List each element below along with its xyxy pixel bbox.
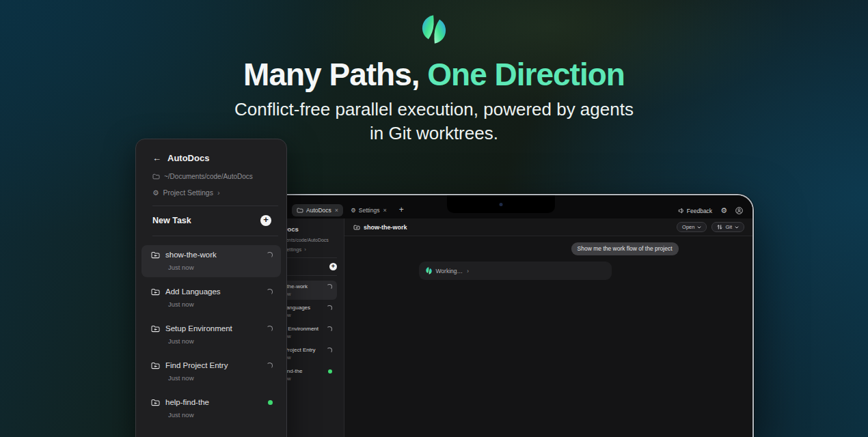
project-title: AutoDocs — [167, 153, 209, 163]
account-avatar-icon[interactable] — [735, 207, 743, 214]
spinner-icon — [327, 284, 332, 290]
pane-title: show-the-work — [364, 224, 407, 231]
worktree-folder-icon — [353, 225, 360, 230]
open-dropdown-button[interactable]: Open — [677, 222, 707, 232]
task-title: show-the-work — [165, 251, 261, 259]
tab-list: AutoDocs × ⚙ Settings × + — [292, 204, 409, 216]
chevron-right-icon: › — [217, 188, 220, 197]
task-title: Find Project Entry — [165, 361, 261, 369]
task-time: Just now — [168, 411, 273, 419]
worktree-folder-icon — [151, 325, 160, 333]
page-title: Many Paths, One Direction — [0, 58, 868, 91]
plus-icon[interactable]: + — [329, 263, 337, 270]
spinner-icon — [267, 289, 273, 295]
folder-icon — [152, 173, 160, 180]
tab-settings[interactable]: ⚙ Settings × — [346, 204, 392, 216]
page-subtitle: Conflict-free parallel execution, powere… — [0, 98, 868, 145]
subtitle-line-2: in Git worktrees. — [0, 122, 868, 145]
worktree-folder-icon — [151, 288, 160, 296]
tab-close-icon[interactable]: × — [335, 207, 338, 214]
title-white: Many Paths, — [243, 57, 427, 92]
worktree-folder-icon — [151, 251, 160, 259]
task-item[interactable]: Add Languages Just now — [141, 282, 281, 314]
top-right-cluster: Feedback ⚙ — [678, 207, 743, 216]
task-time: Just now — [168, 337, 273, 345]
back-arrow-icon[interactable]: ← — [152, 153, 161, 163]
spinner-icon — [267, 326, 273, 332]
new-task-label: New Task — [152, 216, 191, 225]
feedback-label: Feedback — [687, 208, 712, 214]
project-settings-label: Project Settings — [163, 188, 213, 197]
divider — [152, 206, 278, 206]
gear-icon: ⚙ — [351, 207, 356, 214]
project-settings-row[interactable]: ⚙ Project Settings › — [136, 188, 286, 197]
status-done-dot — [328, 369, 332, 373]
app-body: ← AutoDocs ~/Documents/code/AutoDocs ⚙ P… — [249, 218, 752, 437]
task-item[interactable]: Setup Environment Just now — [141, 319, 281, 351]
chevron-right-icon: › — [304, 246, 306, 253]
user-message-bubble: Show me the work flow of the project — [571, 242, 679, 255]
worktree-folder-icon — [151, 362, 160, 369]
project-panel: ← AutoDocs ~/Documents/code/AutoDocs ⚙ P… — [135, 139, 287, 437]
task-item[interactable]: Find Project Entry Just now — [141, 356, 281, 388]
task-title: Setup Environment — [165, 324, 261, 333]
spinner-icon — [267, 363, 273, 369]
feedback-button[interactable]: Feedback — [678, 208, 712, 214]
folder-icon — [297, 208, 303, 213]
spinner-icon — [267, 252, 273, 258]
tab-label: Settings — [359, 207, 380, 214]
open-label: Open — [682, 224, 694, 230]
chevron-right-icon[interactable]: › — [467, 268, 469, 274]
pane-actions: Open Git — [677, 222, 744, 232]
tab-close-icon[interactable]: × — [383, 207, 386, 214]
laptop-notch — [447, 195, 555, 213]
working-status-bubble[interactable]: Working… › — [419, 262, 612, 280]
task-time: Just now — [168, 264, 273, 271]
page: Many Paths, One Direction Conflict-free … — [0, 0, 868, 437]
megaphone-icon — [678, 208, 684, 214]
settings-gear-icon[interactable]: ⚙ — [720, 207, 727, 214]
task-time: Just now — [168, 374, 273, 382]
task-title: help-find-the — [165, 398, 262, 406]
brand-leaf-logo — [422, 14, 446, 44]
git-dropdown-button[interactable]: Git — [711, 222, 744, 232]
project-path: ~/Documents/code/AutoDocs — [164, 173, 253, 180]
gear-icon: ⚙ — [152, 188, 159, 197]
chevron-down-icon — [697, 226, 701, 229]
new-task-row[interactable]: New Task + — [136, 215, 286, 226]
camera-dot — [500, 203, 503, 206]
title-accent: One Direction — [427, 57, 625, 92]
worktree-folder-icon — [151, 399, 160, 406]
task-item[interactable]: help-find-the Just now — [141, 393, 281, 425]
brand-leaf-icon — [426, 267, 432, 274]
subtitle-line-1: Conflict-free parallel execution, powere… — [0, 98, 868, 122]
task-item[interactable]: show-the-work Just now — [141, 245, 281, 277]
divider — [152, 236, 278, 236]
status-done-dot — [268, 400, 273, 405]
pane-header: show-the-work Open Git — [344, 218, 752, 236]
tab-autodocs[interactable]: AutoDocs × — [292, 204, 343, 216]
spinner-icon — [327, 326, 332, 332]
project-header: ← AutoDocs — [136, 153, 286, 163]
spinner-icon — [327, 348, 332, 353]
hero-section: Many Paths, One Direction Conflict-free … — [0, 0, 868, 145]
task-list: show-the-work Just now Add Languages Jus… — [141, 245, 281, 425]
project-path-row: ~/Documents/code/AutoDocs — [136, 173, 286, 180]
laptop-mockup: AutoDocs × ⚙ Settings × + Feedback ⚙ — [248, 194, 754, 437]
spinner-icon — [327, 305, 332, 311]
pane-title-group: show-the-work — [353, 224, 407, 231]
chat-thread: Show me the work flow of the project Wor… — [419, 242, 679, 280]
new-tab-button[interactable]: + — [394, 205, 409, 216]
working-label: Working… — [436, 268, 463, 274]
chevron-down-icon — [735, 226, 739, 229]
plus-icon[interactable]: + — [260, 215, 271, 226]
task-title: Add Languages — [165, 287, 261, 296]
tab-label: AutoDocs — [306, 207, 331, 214]
git-sync-icon — [717, 224, 722, 230]
git-label: Git — [725, 224, 732, 230]
task-time: Just now — [168, 300, 273, 308]
main-pane: show-the-work Open Git — [344, 218, 752, 437]
